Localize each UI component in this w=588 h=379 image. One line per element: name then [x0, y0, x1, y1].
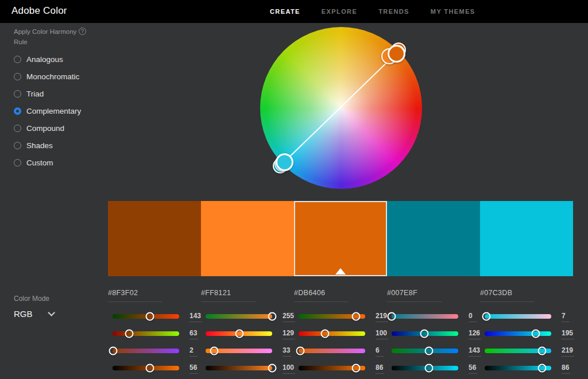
slider-handle[interactable] [268, 364, 277, 373]
slider-row-4: 56 [113, 363, 201, 379]
slider-handle[interactable] [425, 347, 434, 355]
rule-shades[interactable]: Shades [14, 137, 81, 154]
slider-value[interactable]: 195 [562, 329, 574, 339]
rule-analogous[interactable]: Analogous [14, 51, 81, 68]
slider-track[interactable] [392, 349, 458, 353]
slider-track[interactable] [299, 366, 365, 370]
rule-monochromatic[interactable]: Monochromatic [14, 68, 81, 85]
swatch--07c3db[interactable] [480, 201, 573, 276]
slider-handle[interactable] [351, 364, 360, 373]
slider-value[interactable]: 0 [469, 312, 477, 322]
slider-value[interactable]: 56 [189, 363, 198, 374]
slider-track[interactable] [392, 366, 458, 370]
hex-input--007e8f[interactable]: #007E8F [387, 287, 442, 302]
slider-value[interactable]: 6 [376, 346, 384, 357]
slider-handle[interactable] [320, 330, 329, 338]
rule-label: Analogous [26, 55, 63, 64]
marker-cyan-base[interactable] [276, 153, 293, 171]
nav-trends[interactable]: TRENDS [378, 8, 409, 15]
rule-label: Triad [26, 90, 44, 98]
slider-value[interactable]: 100 [376, 329, 388, 339]
slider-value[interactable]: 143 [189, 312, 202, 322]
nav-create[interactable]: CREATE [270, 8, 300, 15]
slider-handle[interactable] [146, 312, 154, 321]
slider-handle[interactable] [482, 312, 491, 321]
slider-value[interactable]: 86 [376, 363, 384, 374]
slider-value[interactable]: 143 [469, 346, 481, 357]
slider-track[interactable] [206, 314, 272, 319]
slider-value[interactable]: 100 [283, 363, 295, 374]
slider-track[interactable] [485, 349, 551, 353]
slider-track[interactable] [206, 331, 272, 336]
swatch--007e8f[interactable] [387, 201, 480, 276]
slider-row-2: 195 [485, 329, 573, 346]
slider-handle[interactable] [146, 364, 154, 373]
slider-track[interactable] [113, 314, 179, 319]
hex-input--ff8121[interactable]: #FF8121 [201, 287, 256, 302]
hex-input--8f3f02[interactable]: #8F3F02 [108, 287, 163, 302]
slider-track[interactable] [392, 331, 458, 336]
slider-row-4: 56 [392, 363, 480, 379]
slider-track[interactable] [113, 349, 179, 353]
slider-row-1: 7 [485, 312, 573, 329]
slider-track[interactable] [299, 314, 365, 319]
help-icon[interactable]: ? [79, 28, 86, 35]
slider-handle[interactable] [420, 330, 429, 338]
app-logo[interactable]: Adobe Color [11, 5, 67, 17]
harmony-rule-title: Apply Color Harmony Rule [14, 26, 78, 48]
rule-compound[interactable]: Compound [14, 119, 81, 137]
slider-value[interactable]: 255 [283, 312, 295, 322]
slider-track[interactable] [113, 331, 179, 336]
slider-value[interactable]: 219 [376, 312, 388, 322]
slider-handle[interactable] [537, 364, 546, 373]
slider-value[interactable]: 2 [189, 346, 198, 357]
swatch--ff8121[interactable] [201, 201, 294, 276]
slider-track[interactable] [299, 349, 365, 353]
slider-value[interactable]: 219 [562, 346, 574, 357]
slider-handle[interactable] [210, 347, 219, 355]
slider-handle[interactable] [351, 312, 360, 321]
rule-complementary[interactable]: Complementary [14, 102, 81, 119]
slider-value[interactable]: 56 [469, 363, 477, 374]
slider-handle[interactable] [531, 330, 540, 338]
rule-custom[interactable]: Custom [14, 154, 81, 171]
color-mode-select[interactable]: RGB [14, 309, 55, 319]
slider-track[interactable] [113, 366, 179, 370]
hex-text: #DB6406 [294, 289, 325, 297]
slider-value[interactable]: 126 [469, 329, 481, 339]
slider-track[interactable] [206, 349, 272, 353]
slider-track[interactable] [485, 331, 551, 336]
slider-row-1: 255 [206, 312, 294, 329]
rule-label: Custom [26, 158, 53, 167]
slider-track[interactable] [206, 366, 272, 370]
slider-value[interactable]: 86 [562, 363, 570, 374]
hex-input--db6406[interactable]: #DB6406 [294, 287, 349, 302]
slider-handle[interactable] [296, 347, 304, 355]
swatch--8f3f02[interactable] [108, 201, 201, 276]
slider-handle[interactable] [109, 347, 117, 355]
slider-track[interactable] [485, 366, 551, 370]
slider-handle[interactable] [125, 330, 133, 338]
slider-handle[interactable] [425, 364, 434, 373]
slider-track[interactable] [299, 331, 365, 336]
base-color-indicator [335, 268, 346, 274]
rule-label: Monochromatic [26, 72, 79, 81]
marker-orange-base[interactable] [388, 45, 405, 63]
rule-triad[interactable]: Triad [14, 85, 81, 102]
slider-handle[interactable] [537, 347, 546, 355]
slider-value[interactable]: 7 [562, 312, 570, 322]
theme-swatch-row [108, 201, 573, 276]
slider-row-4: 100 [206, 363, 294, 379]
hex-input--07c3db[interactable]: #07C3DB [480, 287, 535, 302]
slider-handle[interactable] [235, 330, 243, 338]
slider-value[interactable]: 63 [189, 329, 198, 339]
slider-value[interactable]: 33 [283, 346, 291, 357]
slider-handle[interactable] [388, 312, 396, 321]
nav-explore[interactable]: EXPLORE [322, 8, 357, 15]
nav-my-themes[interactable]: MY THEMES [431, 8, 475, 15]
slider-track[interactable] [485, 314, 551, 319]
swatch--db6406[interactable] [294, 201, 387, 276]
slider-value[interactable]: 129 [283, 329, 295, 339]
slider-handle[interactable] [268, 312, 277, 321]
slider-track[interactable] [392, 314, 458, 319]
